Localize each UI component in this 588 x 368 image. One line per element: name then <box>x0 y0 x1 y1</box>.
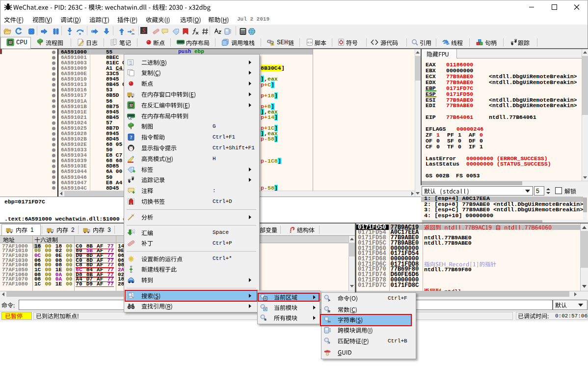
svg-text:32: 32 <box>129 103 133 107</box>
svg-text:?: ? <box>130 135 133 140</box>
svg-text:10: 10 <box>129 62 132 65</box>
svg-text:32: 32 <box>8 41 12 44</box>
svg-text:10: 10 <box>132 231 134 233</box>
svg-text:<>: <> <box>307 40 312 45</box>
